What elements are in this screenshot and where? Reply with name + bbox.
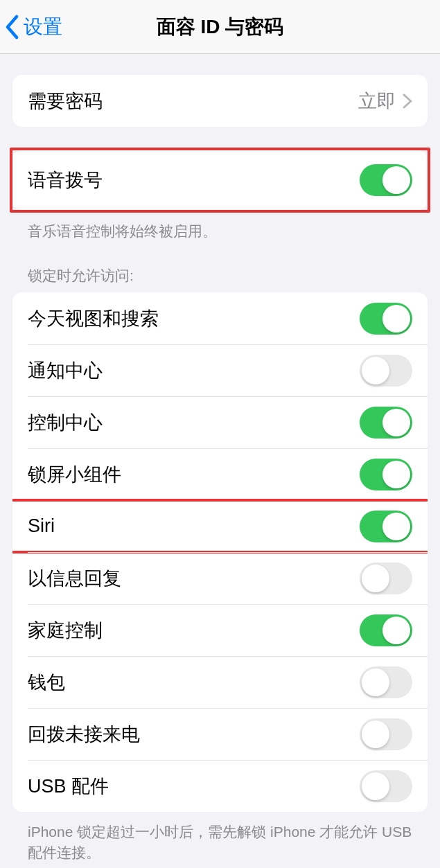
lock-item-toggle[interactable]	[360, 563, 412, 594]
require-passcode-group: 需要密码 立即	[12, 75, 428, 127]
lock-item-label: 钱包	[28, 670, 65, 695]
lock-item-toggle[interactable]	[360, 770, 412, 802]
require-passcode-row[interactable]: 需要密码 立即	[12, 75, 428, 127]
lock-item-label: 今天视图和搜索	[28, 306, 159, 331]
back-label: 设置	[24, 14, 62, 40]
require-passcode-value: 立即	[358, 89, 396, 114]
lock-item-toggle[interactable]	[360, 407, 412, 439]
chevron-right-icon	[403, 94, 412, 109]
lock-item-toggle[interactable]	[360, 303, 412, 335]
lock-item-row[interactable]: 控制中心	[12, 396, 428, 448]
lock-item-label: 锁屏小组件	[28, 462, 121, 487]
lock-access-footer: iPhone 锁定超过一小时后，需先解锁 iPhone 才能允许 USB 配件连…	[12, 812, 428, 862]
lock-item-row[interactable]: 以信息回复	[12, 552, 428, 604]
lock-access-header: 锁定时允许访问:	[12, 241, 428, 292]
lock-item-toggle[interactable]	[360, 718, 412, 750]
lock-item-toggle[interactable]	[360, 666, 412, 698]
lock-item-label: 通知中心	[28, 358, 103, 383]
lock-item-row[interactable]: 钱包	[12, 656, 428, 708]
lock-item-row[interactable]: USB 配件	[12, 760, 428, 812]
back-button[interactable]: 设置	[0, 14, 62, 40]
page-title: 面容 ID 与密码	[157, 14, 284, 40]
require-passcode-label: 需要密码	[28, 89, 103, 114]
voice-dial-toggle[interactable]	[360, 164, 412, 196]
lock-item-row[interactable]: 回拨未接来电	[12, 708, 428, 760]
lock-item-label: Siri	[28, 515, 55, 537]
lock-item-label: 以信息回复	[28, 566, 121, 591]
navigation-bar: 设置 面容 ID 与密码	[0, 0, 440, 54]
lock-access-group: 今天视图和搜索通知中心控制中心锁屏小组件Siri以信息回复家庭控制钱包回拨未接来…	[12, 292, 428, 812]
lock-item-toggle[interactable]	[360, 511, 412, 542]
voice-dial-highlight: 语音拨号	[10, 148, 430, 213]
lock-item-row[interactable]: 家庭控制	[12, 604, 428, 656]
lock-item-row[interactable]: Siri	[12, 500, 428, 552]
lock-item-toggle[interactable]	[360, 355, 412, 387]
lock-item-label: 家庭控制	[28, 618, 103, 643]
lock-item-row[interactable]: 通知中心	[12, 344, 428, 396]
lock-item-toggle[interactable]	[360, 459, 412, 490]
lock-item-label: USB 配件	[28, 774, 109, 799]
voice-dial-row[interactable]: 语音拨号	[12, 150, 428, 210]
voice-dial-group: 语音拨号	[12, 150, 428, 210]
lock-item-row[interactable]: 锁屏小组件	[12, 448, 428, 500]
lock-item-label: 回拨未接来电	[28, 722, 140, 747]
voice-dial-footer: 音乐语音控制将始终被启用。	[12, 213, 428, 241]
chevron-left-icon	[4, 15, 19, 39]
lock-item-toggle[interactable]	[360, 614, 412, 646]
voice-dial-label: 语音拨号	[28, 168, 103, 193]
lock-item-row[interactable]: 今天视图和搜索	[12, 292, 428, 344]
lock-item-label: 控制中心	[28, 410, 103, 435]
